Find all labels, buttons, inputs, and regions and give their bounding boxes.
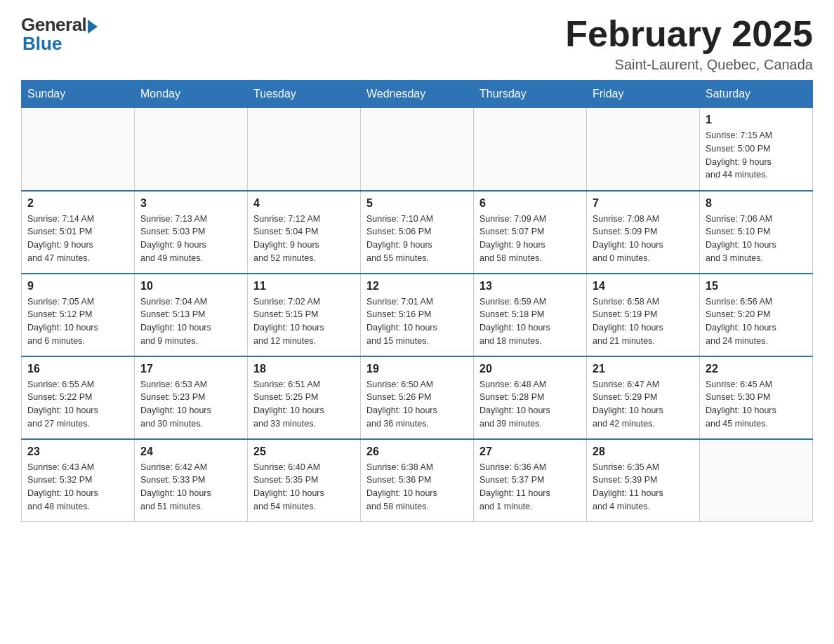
day-number: 19: [366, 363, 468, 375]
calendar-day-cell: 18Sunrise: 6:51 AMSunset: 5:25 PMDayligh…: [248, 356, 361, 439]
day-info: Sunrise: 7:09 AMSunset: 5:07 PMDaylight:…: [479, 213, 581, 265]
day-info: Sunrise: 7:06 AMSunset: 5:10 PMDaylight:…: [706, 213, 807, 265]
day-number: 25: [253, 445, 355, 458]
day-info: Sunrise: 7:08 AMSunset: 5:09 PMDaylight:…: [593, 213, 694, 265]
day-info: Sunrise: 6:55 AMSunset: 5:22 PMDaylight:…: [27, 378, 128, 431]
day-info: Sunrise: 6:35 AMSunset: 5:39 PMDaylight:…: [593, 461, 694, 514]
day-number: 16: [27, 363, 128, 375]
calendar-day-cell: [474, 108, 587, 191]
day-number: 9: [27, 280, 128, 293]
logo-arrow-icon: [88, 20, 98, 34]
day-info: Sunrise: 7:05 AMSunset: 5:12 PMDaylight:…: [27, 295, 128, 348]
calendar-day-cell: 22Sunrise: 6:45 AMSunset: 5:30 PMDayligh…: [700, 356, 813, 439]
day-info: Sunrise: 7:02 AMSunset: 5:15 PMDaylight:…: [253, 295, 355, 348]
day-number: 20: [479, 363, 581, 375]
calendar-day-cell: 8Sunrise: 7:06 AMSunset: 5:10 PMDaylight…: [700, 191, 813, 274]
day-of-week-header: Saturday: [700, 81, 813, 108]
day-info: Sunrise: 6:47 AMSunset: 5:29 PMDaylight:…: [593, 378, 694, 431]
month-title: February 2025: [565, 14, 813, 54]
calendar-day-cell: 15Sunrise: 6:56 AMSunset: 5:20 PMDayligh…: [700, 274, 813, 356]
day-info: Sunrise: 6:48 AMSunset: 5:28 PMDaylight:…: [479, 378, 581, 431]
calendar-week-row: 16Sunrise: 6:55 AMSunset: 5:22 PMDayligh…: [22, 356, 813, 439]
day-number: 13: [479, 280, 581, 293]
day-number: 21: [593, 363, 694, 375]
day-of-week-header: Friday: [587, 81, 700, 108]
day-info: Sunrise: 7:14 AMSunset: 5:01 PMDaylight:…: [27, 213, 128, 265]
day-number: 6: [479, 197, 581, 210]
calendar-day-cell: 25Sunrise: 6:40 AMSunset: 5:35 PMDayligh…: [248, 439, 361, 522]
day-of-week-header: Monday: [135, 81, 248, 108]
calendar-header-row: SundayMondayTuesdayWednesdayThursdayFrid…: [22, 81, 813, 108]
calendar-day-cell: [361, 108, 474, 191]
calendar-day-cell: 10Sunrise: 7:04 AMSunset: 5:13 PMDayligh…: [135, 274, 248, 356]
day-info: Sunrise: 6:53 AMSunset: 5:23 PMDaylight:…: [140, 378, 241, 431]
calendar-day-cell: [700, 439, 813, 522]
day-info: Sunrise: 6:40 AMSunset: 5:35 PMDaylight:…: [253, 461, 355, 514]
day-number: 4: [253, 197, 355, 210]
day-number: 7: [593, 197, 694, 210]
day-of-week-header: Thursday: [474, 81, 587, 108]
day-number: 12: [366, 280, 468, 293]
day-number: 24: [140, 445, 241, 458]
calendar-day-cell: 28Sunrise: 6:35 AMSunset: 5:39 PMDayligh…: [587, 439, 700, 522]
day-info: Sunrise: 7:01 AMSunset: 5:16 PMDaylight:…: [366, 295, 468, 348]
calendar-day-cell: 13Sunrise: 6:59 AMSunset: 5:18 PMDayligh…: [474, 274, 587, 356]
calendar-day-cell: 1Sunrise: 7:15 AMSunset: 5:00 PMDaylight…: [700, 108, 813, 191]
page-header: General Blue February 2025 Saint-Laurent…: [21, 14, 813, 73]
day-info: Sunrise: 6:51 AMSunset: 5:25 PMDaylight:…: [253, 378, 355, 431]
calendar-day-cell: 14Sunrise: 6:58 AMSunset: 5:19 PMDayligh…: [587, 274, 700, 356]
day-info: Sunrise: 6:58 AMSunset: 5:19 PMDaylight:…: [593, 295, 694, 348]
calendar-day-cell: 12Sunrise: 7:01 AMSunset: 5:16 PMDayligh…: [361, 274, 474, 356]
day-info: Sunrise: 7:15 AMSunset: 5:00 PMDaylight:…: [706, 129, 807, 182]
calendar-day-cell: 16Sunrise: 6:55 AMSunset: 5:22 PMDayligh…: [22, 356, 135, 439]
calendar-day-cell: 27Sunrise: 6:36 AMSunset: 5:37 PMDayligh…: [474, 439, 587, 522]
calendar-day-cell: 20Sunrise: 6:48 AMSunset: 5:28 PMDayligh…: [474, 356, 587, 439]
day-number: 18: [253, 363, 355, 375]
calendar-day-cell: 26Sunrise: 6:38 AMSunset: 5:36 PMDayligh…: [361, 439, 474, 522]
calendar-week-row: 2Sunrise: 7:14 AMSunset: 5:01 PMDaylight…: [22, 191, 813, 274]
day-number: 28: [593, 445, 694, 458]
calendar-day-cell: [22, 108, 135, 191]
day-info: Sunrise: 6:43 AMSunset: 5:32 PMDaylight:…: [27, 461, 128, 514]
calendar-day-cell: 2Sunrise: 7:14 AMSunset: 5:01 PMDaylight…: [22, 191, 135, 274]
day-number: 10: [140, 280, 241, 293]
day-info: Sunrise: 7:13 AMSunset: 5:03 PMDaylight:…: [140, 213, 241, 265]
calendar-day-cell: 21Sunrise: 6:47 AMSunset: 5:29 PMDayligh…: [587, 356, 700, 439]
day-number: 15: [706, 280, 807, 293]
calendar-week-row: 23Sunrise: 6:43 AMSunset: 5:32 PMDayligh…: [22, 439, 813, 522]
calendar-week-row: 1Sunrise: 7:15 AMSunset: 5:00 PMDaylight…: [22, 108, 813, 191]
day-info: Sunrise: 7:04 AMSunset: 5:13 PMDaylight:…: [140, 295, 241, 348]
calendar-day-cell: 5Sunrise: 7:10 AMSunset: 5:06 PMDaylight…: [361, 191, 474, 274]
day-number: 22: [706, 363, 807, 375]
day-number: 11: [253, 280, 355, 293]
day-info: Sunrise: 6:36 AMSunset: 5:37 PMDaylight:…: [479, 461, 581, 514]
calendar-day-cell: 24Sunrise: 6:42 AMSunset: 5:33 PMDayligh…: [135, 439, 248, 522]
day-of-week-header: Tuesday: [248, 81, 361, 108]
day-number: 2: [27, 197, 128, 210]
day-info: Sunrise: 7:12 AMSunset: 5:04 PMDaylight:…: [253, 213, 355, 265]
day-of-week-header: Sunday: [22, 81, 135, 108]
day-number: 23: [27, 445, 128, 458]
calendar-day-cell: [248, 108, 361, 191]
logo: General Blue: [21, 14, 98, 55]
calendar-day-cell: 9Sunrise: 7:05 AMSunset: 5:12 PMDaylight…: [22, 274, 135, 356]
calendar-day-cell: 6Sunrise: 7:09 AMSunset: 5:07 PMDaylight…: [474, 191, 587, 274]
calendar-day-cell: [587, 108, 700, 191]
day-number: 1: [706, 114, 807, 126]
calendar-day-cell: 3Sunrise: 7:13 AMSunset: 5:03 PMDaylight…: [135, 191, 248, 274]
calendar-day-cell: 17Sunrise: 6:53 AMSunset: 5:23 PMDayligh…: [135, 356, 248, 439]
calendar-table: SundayMondayTuesdayWednesdayThursdayFrid…: [21, 80, 813, 522]
day-of-week-header: Wednesday: [361, 81, 474, 108]
day-info: Sunrise: 7:10 AMSunset: 5:06 PMDaylight:…: [366, 213, 468, 265]
day-info: Sunrise: 6:59 AMSunset: 5:18 PMDaylight:…: [479, 295, 581, 348]
day-number: 27: [479, 445, 581, 458]
calendar-week-row: 9Sunrise: 7:05 AMSunset: 5:12 PMDaylight…: [22, 274, 813, 356]
logo-blue-text: Blue: [22, 33, 62, 55]
day-info: Sunrise: 6:42 AMSunset: 5:33 PMDaylight:…: [140, 461, 241, 514]
calendar-day-cell: 19Sunrise: 6:50 AMSunset: 5:26 PMDayligh…: [361, 356, 474, 439]
day-info: Sunrise: 6:56 AMSunset: 5:20 PMDaylight:…: [706, 295, 807, 348]
day-info: Sunrise: 6:50 AMSunset: 5:26 PMDaylight:…: [366, 378, 468, 431]
day-info: Sunrise: 6:38 AMSunset: 5:36 PMDaylight:…: [366, 461, 468, 514]
day-number: 8: [706, 197, 807, 210]
calendar-day-cell: 11Sunrise: 7:02 AMSunset: 5:15 PMDayligh…: [248, 274, 361, 356]
